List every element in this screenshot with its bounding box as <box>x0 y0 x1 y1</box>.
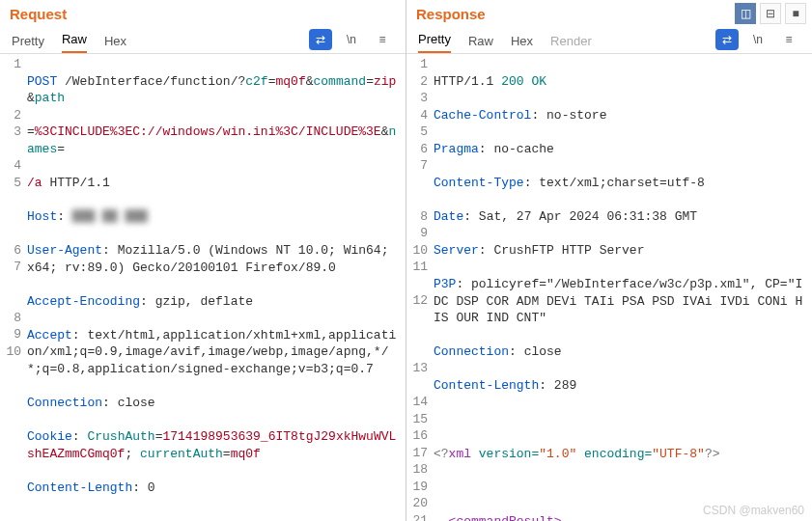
resp-status: 200 OK <box>501 74 546 89</box>
request-title: Request <box>6 6 67 22</box>
response-gutter: 12345678910111213141516171819202122 <box>406 54 434 521</box>
tab-raw-resp[interactable]: Raw <box>468 34 493 53</box>
tab-render-resp[interactable]: Render <box>550 34 592 53</box>
response-pane: Response ◫ ⊟ ■ Pretty Raw Hex Render ⇄ \… <box>406 0 812 521</box>
wrap-icon-resp[interactable]: \n <box>746 29 770 50</box>
columns-icon[interactable]: ◫ <box>735 3 756 24</box>
request-pane: Request Pretty Raw Hex ⇄ \n ≡ 1234567891… <box>0 0 406 521</box>
request-gutter: 12345678910 <box>0 54 27 521</box>
xml-commandresult: <commandResult> <box>449 514 562 521</box>
full-icon[interactable]: ■ <box>785 3 806 24</box>
wrap-icon[interactable]: \n <box>340 29 363 50</box>
tab-pretty[interactable]: Pretty <box>12 34 44 53</box>
tab-hex-resp[interactable]: Hex <box>511 34 533 53</box>
req-host: ███ ██ ███ <box>72 209 148 224</box>
rows-icon[interactable]: ⊟ <box>760 3 781 24</box>
menu-icon-resp[interactable]: ≡ <box>777 29 800 50</box>
layout-icons: ◫ ⊟ ■ <box>735 3 806 24</box>
reply-icon-resp[interactable]: ⇄ <box>715 29 739 50</box>
menu-icon[interactable]: ≡ <box>371 29 394 50</box>
tab-raw[interactable]: Raw <box>62 32 87 53</box>
tab-hex[interactable]: Hex <box>104 34 126 53</box>
request-tabs: Pretty Raw Hex <box>12 32 292 53</box>
tab-pretty-resp[interactable]: Pretty <box>418 32 451 53</box>
response-code[interactable]: 12345678910111213141516171819202122 HTTP… <box>406 54 812 521</box>
reply-icon[interactable]: ⇄ <box>309 29 332 50</box>
response-title: Response <box>412 6 486 22</box>
response-tabs: Pretty Raw Hex Render <box>418 32 698 53</box>
request-code[interactable]: 12345678910 POST /WebInterface/function/… <box>0 54 406 521</box>
req-method: POST <box>27 74 57 89</box>
